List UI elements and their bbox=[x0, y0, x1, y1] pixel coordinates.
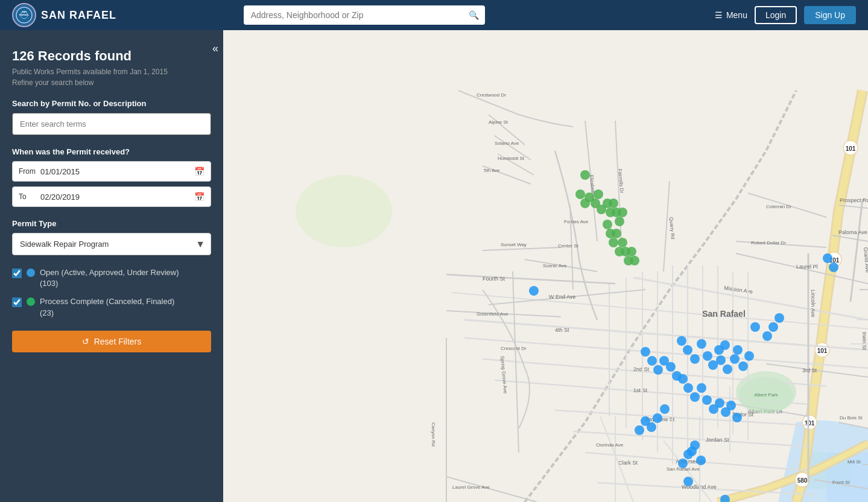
svg-point-135 bbox=[738, 361, 748, 371]
svg-point-143 bbox=[715, 398, 724, 408]
open-status-dot bbox=[27, 268, 35, 277]
svg-text:Robert Dollar Dr: Robert Dollar Dr bbox=[751, 240, 786, 246]
svg-text:Canyon Rd: Canyon Rd bbox=[431, 422, 436, 446]
svg-point-125 bbox=[690, 354, 700, 364]
svg-text:Greenfield Ave: Greenfield Ave bbox=[477, 311, 508, 317]
calendar-to-icon[interactable]: 📅 bbox=[194, 192, 204, 202]
date-section: When was the Permit received? From 01/01… bbox=[12, 147, 211, 207]
filter-open-checkbox[interactable] bbox=[12, 268, 22, 278]
svg-text:Humboldt St: Humboldt St bbox=[498, 156, 525, 161]
svg-text:Lincoln Ave: Lincoln Ave bbox=[810, 290, 816, 317]
svg-text:Crestwood Dr: Crestwood Dr bbox=[477, 92, 506, 98]
svg-text:Crescent Dr: Crescent Dr bbox=[501, 346, 527, 351]
svg-point-200 bbox=[615, 217, 624, 226]
svg-text:Prospect Rd: Prospect Rd bbox=[840, 197, 868, 203]
svg-point-201 bbox=[618, 208, 627, 217]
header-nav: ☰ Menu Login Sign Up bbox=[715, 6, 856, 24]
search-icon: 🔍 bbox=[469, 10, 479, 20]
signup-button[interactable]: Sign Up bbox=[804, 6, 856, 24]
svg-text:Laurel Pl: Laurel Pl bbox=[796, 264, 818, 270]
calendar-from-icon[interactable]: 📅 bbox=[194, 167, 204, 176]
filter-complete-item: Process Complete (Canceled, Finaled) (23… bbox=[12, 296, 211, 318]
svg-point-150 bbox=[641, 416, 650, 426]
svg-point-210 bbox=[627, 247, 636, 256]
date-to-label: To bbox=[19, 192, 40, 201]
date-from-label: From bbox=[19, 167, 40, 176]
logo-text: SAN RAFAEL bbox=[41, 9, 116, 22]
svg-point-134 bbox=[733, 345, 743, 355]
svg-text:101: 101 bbox=[817, 348, 828, 354]
svg-point-175 bbox=[829, 262, 838, 272]
svg-point-136 bbox=[744, 351, 754, 361]
svg-point-186 bbox=[768, 322, 778, 332]
svg-point-189 bbox=[580, 170, 590, 180]
svg-point-147 bbox=[660, 404, 670, 414]
reset-label: Reset Filters bbox=[94, 337, 142, 346]
header: SAN RAFAEL SAN RAFAEL 🔍 ☰ Menu Login Sig… bbox=[0, 0, 868, 30]
permit-search-input[interactable] bbox=[12, 113, 211, 135]
svg-text:101: 101 bbox=[846, 145, 856, 152]
svg-text:Albert Park: Albert Park bbox=[754, 392, 779, 398]
svg-text:1st St: 1st St bbox=[633, 387, 648, 393]
reset-filters-button[interactable]: ↺ Reset Filters bbox=[12, 331, 211, 352]
date-from-value: 01/01/2015 bbox=[40, 167, 194, 176]
svg-text:Alpine St: Alpine St bbox=[489, 119, 508, 125]
svg-point-133 bbox=[730, 354, 740, 364]
address-search[interactable]: 🔍 bbox=[244, 5, 485, 25]
svg-point-202 bbox=[603, 220, 612, 229]
svg-point-211 bbox=[630, 256, 639, 265]
svg-point-188 bbox=[750, 322, 760, 332]
svg-point-174 bbox=[823, 253, 832, 263]
svg-point-207 bbox=[618, 238, 627, 247]
svg-text:Sunset Way: Sunset Way bbox=[501, 242, 527, 247]
permit-type-section: Permit Type Sidewalk Repair Program ▼ bbox=[12, 219, 211, 255]
svg-point-152 bbox=[672, 371, 682, 381]
svg-point-145 bbox=[726, 401, 736, 410]
svg-point-198 bbox=[609, 199, 618, 208]
filter-open-text: Open (Active, Approved, Under Review) (1… bbox=[40, 267, 179, 289]
reset-icon: ↺ bbox=[82, 337, 89, 346]
sidebar: « 126 Records found Public Works Permits… bbox=[0, 30, 223, 502]
logo-emblem: SAN RAFAEL bbox=[12, 3, 36, 27]
svg-point-187 bbox=[775, 313, 784, 323]
svg-text:Solano Ave: Solano Ave bbox=[495, 141, 519, 146]
svg-point-151 bbox=[635, 425, 644, 435]
svg-text:Forbes Ave: Forbes Ave bbox=[564, 219, 589, 224]
svg-point-146 bbox=[732, 413, 742, 422]
search-section-label: Search by Permit No. or Description bbox=[12, 99, 211, 108]
svg-point-127 bbox=[703, 351, 712, 361]
svg-text:Fourth St: Fourth St bbox=[483, 276, 505, 282]
permit-type-wrapper: Sidewalk Repair Program ▼ bbox=[12, 233, 211, 255]
login-button[interactable]: Login bbox=[755, 6, 797, 24]
menu-button[interactable]: ☰ Menu bbox=[715, 10, 747, 20]
logo: SAN RAFAEL SAN RAFAEL bbox=[12, 3, 116, 27]
svg-point-140 bbox=[697, 383, 706, 393]
permit-type-label: Permit Type bbox=[12, 219, 211, 228]
date-section-label: When was the Permit received? bbox=[12, 147, 211, 156]
svg-text:Clark St: Clark St bbox=[618, 460, 638, 466]
svg-point-139 bbox=[690, 392, 700, 402]
permit-type-select[interactable]: Sidewalk Repair Program bbox=[12, 233, 211, 255]
svg-text:4th St: 4th St bbox=[555, 327, 569, 333]
svg-text:Mill St: Mill St bbox=[847, 459, 861, 465]
svg-point-205 bbox=[612, 229, 621, 238]
complete-status-dot bbox=[27, 297, 35, 306]
svg-text:Du Bois St: Du Bois St bbox=[840, 415, 863, 421]
svg-text:2nd St: 2nd St bbox=[633, 366, 650, 372]
svg-text:W End Ave: W End Ave bbox=[549, 294, 575, 300]
map-container[interactable]: 101 101 101 101 580 Mission Ave 4th St bbox=[223, 30, 868, 502]
svg-point-122 bbox=[529, 286, 539, 296]
date-from-row: From 01/01/2015 📅 bbox=[12, 161, 211, 182]
svg-point-157 bbox=[641, 347, 650, 357]
svg-point-156 bbox=[647, 356, 657, 366]
filter-open-item: Open (Active, Approved, Under Review) (1… bbox=[12, 267, 211, 289]
records-subtitle: Public Works Permits available from Jan … bbox=[12, 68, 211, 76]
svg-point-138 bbox=[683, 383, 693, 393]
svg-text:Paloma Ave: Paloma Ave bbox=[838, 229, 867, 235]
collapse-sidebar-button[interactable]: « bbox=[207, 40, 223, 57]
address-search-input[interactable] bbox=[244, 5, 485, 25]
svg-text:580: 580 bbox=[797, 477, 808, 484]
filter-complete-checkbox[interactable] bbox=[12, 297, 22, 307]
svg-point-204 bbox=[609, 238, 618, 247]
svg-point-162 bbox=[696, 456, 706, 465]
